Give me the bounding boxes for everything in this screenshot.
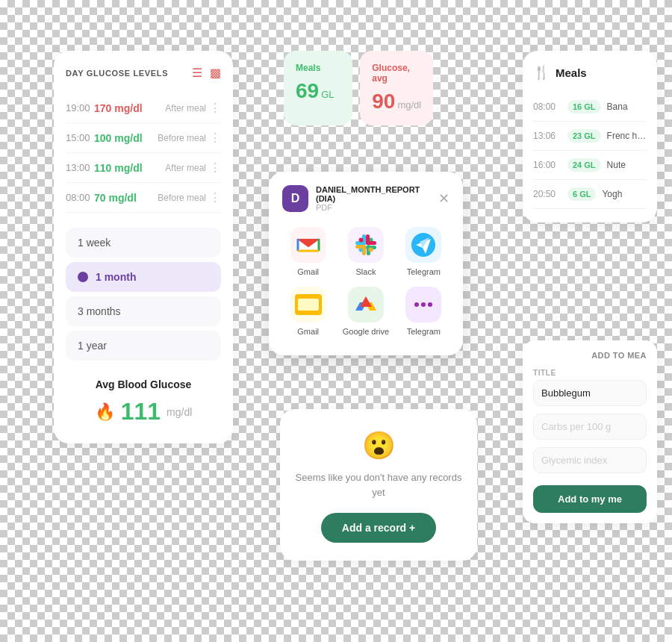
glucose-meal-label: After meal [143, 103, 206, 113]
glucose-menu-icon[interactable]: ⋮ [209, 190, 221, 205]
share-app-gdrive[interactable]: Google drive [340, 287, 391, 336]
meal-row: 08:00 16 GL Bana [533, 93, 647, 122]
svg-point-23 [428, 302, 432, 307]
carbs-input[interactable] [533, 414, 647, 440]
meal-gl-badge: 24 GL [567, 158, 601, 172]
meals-panel: 🍴 Meals 08:00 16 GL Bana 13:06 23 GL Fre… [523, 51, 657, 222]
share-file-info: D DANIEL_MONTH_REPORT (DIA) PDF [282, 185, 438, 212]
title-field: TITLE [533, 369, 647, 406]
meal-name: Bana [607, 102, 628, 112]
menu-icon[interactable]: ☰ [192, 66, 202, 80]
fork-icon: 🍴 [533, 64, 550, 81]
fire-icon: 🔥 [95, 402, 115, 422]
glucose-avg-number: 90 [372, 90, 395, 113]
gdrive-icon [348, 287, 384, 322]
telegram-icon-2 [405, 287, 441, 322]
meal-row: 20:50 6 GL Yogh [533, 180, 647, 209]
meal-time: 08:00 [533, 102, 561, 112]
telegram-label-1: Telegram [407, 267, 441, 276]
svg-marker-20 [360, 296, 372, 307]
meal-gl-badge: 6 GL [567, 187, 596, 201]
share-app-gmail-2[interactable]: Gmail [282, 287, 334, 336]
avg-glucose-title: Avg Blood Glucose [66, 378, 221, 390]
title-input[interactable] [533, 380, 647, 406]
no-records-panel: 😮 Seems like you don't have any records … [280, 409, 477, 561]
glycemic-input[interactable] [533, 447, 647, 473]
file-details: DANIEL_MONTH_REPORT (DIA) PDF [316, 185, 438, 212]
carbs-field [533, 414, 647, 440]
share-app-telegram-1[interactable]: Telegram [398, 227, 449, 276]
glucose-menu-icon[interactable]: ⋮ [209, 160, 221, 175]
add-record-button[interactable]: Add a record + [321, 513, 436, 543]
meals-unit: GL [321, 89, 334, 100]
telegram-label-2: Telegram [407, 327, 441, 336]
add-meal-button[interactable]: Add to my me [533, 485, 647, 513]
avg-unit: mg/dl [167, 406, 192, 418]
glucose-value: 110 mg/dl [94, 162, 143, 174]
glucose-value: 70 mg/dl [94, 192, 137, 204]
svg-rect-11 [366, 241, 376, 245]
share-apps-grid: Gmail Slack [282, 221, 449, 342]
meal-time: 20:50 [533, 189, 561, 199]
surprised-emoji: 😮 [295, 430, 462, 461]
meal-name: Frenc hamb zero [607, 131, 647, 141]
glucose-row: 08:00 70 mg/dl Before meal ⋮ [66, 183, 221, 213]
glucose-row: 15:00 100 mg/dl Before meal ⋮ [66, 123, 221, 153]
gmail-icon-2 [290, 287, 326, 322]
glucose-meal-label: Before meal [137, 193, 206, 203]
glucose-meal-label: Before meal [143, 133, 206, 143]
svg-rect-8 [362, 245, 366, 255]
gmail-label: Gmail [297, 267, 319, 276]
gmail-label-2: Gmail [297, 327, 319, 336]
svg-point-12 [358, 238, 363, 243]
file-type: PDF [316, 203, 438, 212]
glucose-time: 15:00 [66, 132, 94, 143]
glucose-time: 13:00 [66, 162, 94, 173]
chart-icon[interactable]: ▩ [210, 66, 221, 80]
meal-gl-badge: 23 GL [567, 129, 601, 143]
avg-number: 111 [121, 398, 161, 426]
header-icons: ☰ ▩ [192, 66, 221, 80]
share-app-telegram-2[interactable]: Telegram [398, 287, 449, 336]
share-header: D DANIEL_MONTH_REPORT (DIA) PDF ✕ [282, 185, 449, 212]
close-icon[interactable]: ✕ [438, 192, 449, 205]
glucose-value: 170 mg/dl [94, 102, 143, 114]
meal-row: 16:00 24 GL Nute [533, 151, 647, 180]
telegram-icon-1 [405, 227, 441, 263]
meal-name: Nute [607, 160, 626, 170]
meal-gl-badge: 16 GL [567, 100, 601, 113]
glucose-levels-panel: DAY GLUCOSE LEVELS ☰ ▩ 19:00 170 mg/dl A… [54, 51, 233, 443]
gmail-icon [290, 227, 326, 263]
share-panel: D DANIEL_MONTH_REPORT (DIA) PDF ✕ [269, 172, 463, 355]
no-records-text: Seems like you don't have any records ye… [295, 470, 462, 499]
meals-value: 69GL [296, 79, 340, 103]
glycemic-field [533, 447, 647, 473]
slack-icon [348, 227, 384, 263]
period-1week[interactable]: 1 week [66, 228, 221, 258]
svg-point-21 [414, 302, 419, 307]
avg-glucose-value: 🔥 111 mg/dl [66, 398, 221, 426]
share-app-slack[interactable]: Slack [340, 227, 391, 276]
glucose-menu-icon[interactable]: ⋮ [209, 131, 221, 145]
avg-glucose-section: Avg Blood Glucose 🔥 111 mg/dl [66, 378, 221, 426]
slack-label: Slack [356, 267, 376, 276]
meals-label: Meals [296, 63, 340, 73]
file-name: DANIEL_MONTH_REPORT (DIA) [316, 185, 438, 203]
active-dot [78, 272, 88, 282]
glucose-meal-label: After meal [143, 163, 206, 173]
gdrive-label: Google drive [343, 327, 389, 336]
share-app-gmail-1[interactable]: Gmail [282, 227, 334, 276]
glucose-menu-icon[interactable]: ⋮ [209, 101, 221, 115]
meals-title: Meals [556, 66, 587, 79]
period-1month[interactable]: 1 month [66, 262, 221, 292]
add-meal-section-title: ADD TO MEA [533, 351, 647, 360]
file-icon: D [282, 185, 308, 212]
glucose-avg-label: Glucose, avg [372, 63, 421, 84]
meal-time: 16:00 [533, 160, 561, 170]
meal-name: Yogh [602, 189, 622, 199]
glucose-row: 19:00 170 mg/dl After meal ⋮ [66, 93, 221, 123]
period-1year[interactable]: 1 year [66, 331, 221, 361]
svg-rect-15 [298, 299, 319, 311]
meal-row: 13:06 23 GL Frenc hamb zero [533, 122, 647, 151]
period-3months[interactable]: 3 months [66, 296, 221, 326]
